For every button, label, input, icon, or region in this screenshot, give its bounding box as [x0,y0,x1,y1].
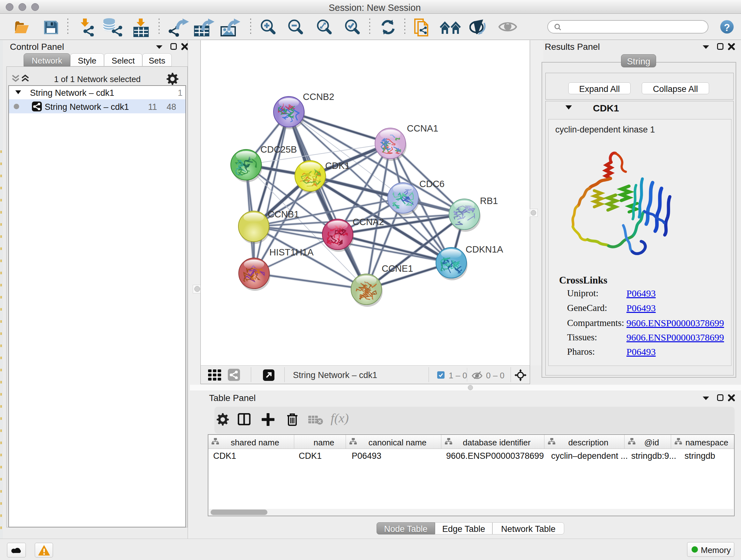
svg-text:CDC6: CDC6 [419,179,445,189]
svg-text:CCNB1: CCNB1 [268,209,299,219]
svg-text:HIST1H1A: HIST1H1A [269,247,314,257]
svg-text:CCNB2: CCNB2 [303,91,334,102]
svg-text:CDK1: CDK1 [325,161,350,171]
svg-text:CDC25B: CDC25B [260,144,297,154]
svg-text:CCNA1: CCNA1 [407,123,438,133]
svg-text:CCNE1: CCNE1 [382,263,413,273]
svg-text:CDKN1A: CDKN1A [466,244,503,254]
svg-text:CCNA2: CCNA2 [353,217,384,227]
svg-text:RB1: RB1 [480,196,498,206]
